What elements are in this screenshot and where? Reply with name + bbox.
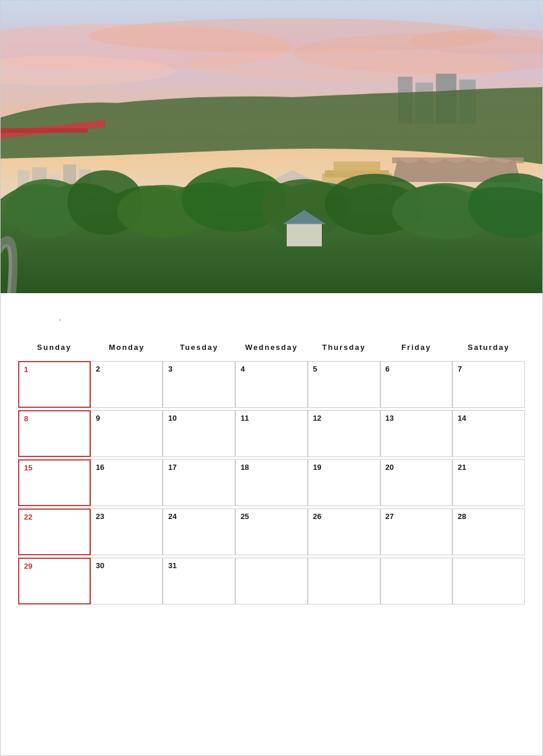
day-cell-6: 6 [380, 361, 453, 408]
day-cell-2: 2 [91, 361, 163, 408]
day-cell-11: 11 [235, 410, 308, 457]
day-number: 7 [458, 365, 520, 373]
day-header-tuesday: Tuesday [163, 338, 235, 356]
day-number: 30 [96, 562, 158, 569]
photo-caption: , [24, 307, 246, 323]
day-number: 29 [24, 562, 85, 570]
calendar-page: , SundayMondayTuesdayWednesdayThursdayFr… [0, 0, 543, 756]
day-cell-20: 20 [380, 459, 453, 506]
day-number: 2 [96, 365, 158, 373]
day-number: 12 [313, 414, 375, 422]
day-header-saturday: Saturday [452, 338, 525, 356]
day-number: 18 [240, 463, 303, 471]
day-number: 23 [96, 513, 158, 520]
day-number: 15 [24, 464, 85, 472]
day-number: 25 [240, 513, 303, 520]
day-number: 22 [24, 513, 85, 521]
day-cell-4: 4 [235, 361, 308, 408]
day-cell-9: 9 [91, 410, 163, 457]
day-cell-25: 25 [235, 508, 308, 555]
day-cell-empty [308, 558, 380, 604]
svg-rect-11 [1, 128, 88, 133]
day-cell-empty [380, 558, 453, 604]
day-number: 28 [458, 513, 520, 520]
day-header-sunday: Sunday [18, 338, 91, 356]
day-number: 17 [168, 463, 230, 471]
day-header-wednesday: Wednesday [235, 338, 308, 356]
day-number: 4 [240, 365, 303, 373]
day-number: 16 [96, 463, 158, 471]
day-cell-1: 1 [18, 361, 91, 408]
day-number: 14 [458, 414, 520, 422]
day-number: 31 [168, 562, 230, 569]
day-number: 6 [386, 365, 448, 373]
day-cell-28: 28 [452, 508, 525, 555]
day-number: 21 [458, 463, 520, 471]
day-number: 11 [240, 414, 303, 422]
day-header-friday: Friday [380, 338, 453, 356]
day-number: 3 [168, 365, 230, 373]
calendar-grid: 1234567891011121314151617181920212223242… [18, 361, 525, 604]
day-header-monday: Monday [91, 338, 163, 356]
day-cell-13: 13 [380, 410, 453, 457]
day-cell-empty [235, 558, 308, 604]
calendar: SundayMondayTuesdayWednesdayThursdayFrid… [1, 332, 542, 616]
day-cell-27: 27 [380, 508, 453, 555]
day-cell-21: 21 [452, 459, 525, 506]
day-cell-17: 17 [163, 459, 235, 506]
day-number: 26 [313, 513, 375, 520]
day-cell-22: 22 [18, 508, 91, 555]
day-cell-3: 3 [163, 361, 235, 408]
hero-image-container [1, 1, 542, 293]
day-cell-26: 26 [308, 508, 380, 555]
day-number: 27 [386, 513, 448, 520]
day-cell-7: 7 [452, 361, 525, 408]
day-number: 8 [24, 415, 85, 422]
day-cell-24: 24 [163, 508, 235, 555]
day-cell-8: 8 [18, 410, 91, 457]
day-number: 24 [168, 513, 230, 520]
day-number: 10 [168, 414, 230, 422]
day-cell-15: 15 [18, 459, 91, 506]
svg-rect-33 [287, 223, 322, 246]
day-number: 1 [24, 366, 85, 373]
day-header-thursday: Thursday [308, 338, 380, 356]
day-headers: SundayMondayTuesdayWednesdayThursdayFrid… [18, 332, 525, 356]
day-number: 9 [96, 414, 158, 422]
day-cell-23: 23 [91, 508, 163, 555]
svg-rect-12 [392, 157, 524, 163]
day-cell-empty [452, 558, 525, 604]
day-cell-29: 29 [18, 558, 91, 604]
day-number: 19 [313, 463, 375, 471]
day-cell-31: 31 [163, 558, 235, 604]
day-cell-30: 30 [91, 558, 163, 604]
day-number: 5 [313, 365, 375, 373]
day-cell-12: 12 [308, 410, 380, 457]
day-number: 13 [386, 414, 448, 422]
day-number: 20 [386, 463, 448, 471]
day-cell-5: 5 [308, 361, 380, 408]
day-cell-16: 16 [91, 459, 163, 506]
day-cell-18: 18 [235, 459, 308, 506]
day-cell-10: 10 [163, 410, 235, 457]
day-cell-14: 14 [452, 410, 525, 457]
month-header: , [1, 293, 542, 332]
day-cell-19: 19 [308, 459, 380, 506]
